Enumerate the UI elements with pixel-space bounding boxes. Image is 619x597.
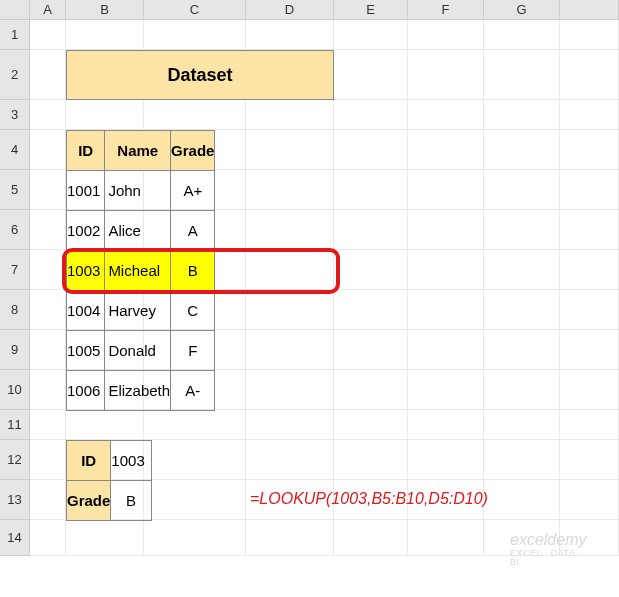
cell[interactable] [30, 100, 66, 130]
cell[interactable] [30, 290, 66, 330]
cell[interactable] [560, 250, 619, 290]
cell-grade[interactable]: A+ [171, 171, 215, 211]
cell[interactable] [334, 440, 408, 480]
row-head-7[interactable]: 7 [0, 250, 30, 290]
cell[interactable] [334, 250, 408, 290]
cell[interactable] [144, 100, 246, 130]
row-head-9[interactable]: 9 [0, 330, 30, 370]
cell[interactable] [560, 20, 619, 50]
col-head-F[interactable]: F [408, 0, 484, 20]
cell[interactable] [144, 440, 246, 480]
cell[interactable] [246, 520, 334, 556]
cell[interactable] [560, 50, 619, 100]
cell[interactable] [560, 210, 619, 250]
cell-id[interactable]: 1006 [67, 371, 105, 411]
cell-id[interactable]: 1003 [67, 251, 105, 291]
row-head-10[interactable]: 10 [0, 370, 30, 410]
cell[interactable] [334, 210, 408, 250]
col-head-E[interactable]: E [334, 0, 408, 20]
cell[interactable] [408, 210, 484, 250]
cell-name[interactable]: Harvey [105, 291, 171, 331]
cell[interactable] [246, 100, 334, 130]
cell[interactable] [30, 50, 66, 100]
row-head-6[interactable]: 6 [0, 210, 30, 250]
cell[interactable] [66, 520, 144, 556]
cell[interactable] [334, 410, 408, 440]
row-head-8[interactable]: 8 [0, 290, 30, 330]
cell[interactable] [334, 50, 408, 100]
cell[interactable] [246, 210, 334, 250]
cell[interactable] [246, 250, 334, 290]
cell[interactable] [560, 480, 619, 520]
cell[interactable] [144, 520, 246, 556]
cell[interactable] [484, 440, 560, 480]
cell[interactable] [408, 440, 484, 480]
header-name[interactable]: Name [105, 131, 171, 171]
cell[interactable] [560, 410, 619, 440]
cell[interactable] [334, 290, 408, 330]
cell-id[interactable]: 1001 [67, 171, 105, 211]
lookup-id-label[interactable]: ID [67, 441, 111, 481]
cell[interactable] [560, 290, 619, 330]
cell[interactable] [30, 130, 66, 170]
cell[interactable] [408, 130, 484, 170]
cell[interactable] [484, 20, 560, 50]
row-head-13[interactable]: 13 [0, 480, 30, 520]
cell[interactable] [484, 290, 560, 330]
col-head-A[interactable]: A [30, 0, 66, 20]
cell[interactable] [560, 170, 619, 210]
cell[interactable] [30, 480, 66, 520]
cell-name[interactable]: Elizabeth [105, 371, 171, 411]
cell[interactable] [484, 480, 560, 520]
cell[interactable] [30, 330, 66, 370]
lookup-grade-value[interactable]: B [111, 481, 151, 521]
cell[interactable] [408, 290, 484, 330]
cell[interactable] [30, 410, 66, 440]
cell[interactable] [408, 520, 484, 556]
lookup-grade-label[interactable]: Grade [67, 481, 111, 521]
cell[interactable] [246, 440, 334, 480]
cell[interactable] [484, 370, 560, 410]
cell[interactable] [246, 330, 334, 370]
cell[interactable] [560, 370, 619, 410]
cell[interactable] [484, 50, 560, 100]
cell[interactable] [484, 210, 560, 250]
cell[interactable] [144, 410, 246, 440]
cell[interactable] [334, 520, 408, 556]
cell[interactable] [334, 100, 408, 130]
cell[interactable] [144, 20, 246, 50]
cell[interactable] [30, 520, 66, 556]
cell-id[interactable]: 1002 [67, 211, 105, 251]
cell[interactable] [334, 330, 408, 370]
row-head-12[interactable]: 12 [0, 440, 30, 480]
select-all-corner[interactable] [0, 0, 30, 20]
col-head-B[interactable]: B [66, 0, 144, 20]
cell[interactable] [30, 370, 66, 410]
cell-grade[interactable]: B [171, 251, 215, 291]
cell[interactable] [30, 210, 66, 250]
row-head-4[interactable]: 4 [0, 130, 30, 170]
lookup-id-value[interactable]: 1003 [111, 441, 151, 481]
cell[interactable] [30, 440, 66, 480]
cell-id[interactable]: 1004 [67, 291, 105, 331]
cell[interactable] [30, 250, 66, 290]
cell[interactable] [246, 410, 334, 440]
cell[interactable] [560, 440, 619, 480]
cell[interactable] [484, 330, 560, 370]
cell[interactable] [408, 370, 484, 410]
cell[interactable] [334, 170, 408, 210]
cell[interactable] [30, 20, 66, 50]
cell[interactable] [246, 370, 334, 410]
cell[interactable] [408, 20, 484, 50]
cell[interactable] [66, 100, 144, 130]
cell[interactable] [408, 330, 484, 370]
cell[interactable] [246, 290, 334, 330]
cell[interactable] [408, 410, 484, 440]
cell[interactable] [560, 330, 619, 370]
row-head-1[interactable]: 1 [0, 20, 30, 50]
cell[interactable] [484, 170, 560, 210]
cell[interactable] [560, 100, 619, 130]
cell[interactable] [30, 170, 66, 210]
cell[interactable] [246, 130, 334, 170]
cell[interactable] [66, 410, 144, 440]
